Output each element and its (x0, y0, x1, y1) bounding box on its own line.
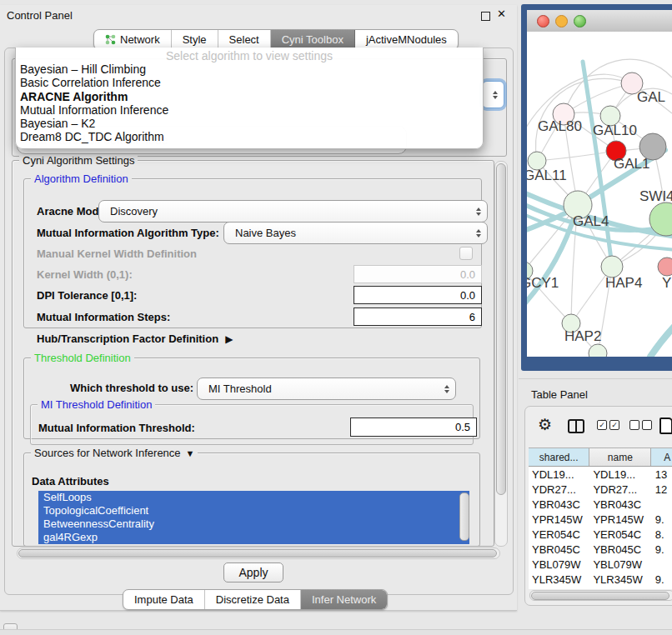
network-node[interactable] (639, 133, 666, 160)
tab-cyni-toolbox[interactable]: Cyni Toolbox (271, 30, 355, 49)
node-label: Y (662, 275, 671, 291)
table-cell: YBR043C (529, 497, 589, 512)
node-label: GAL80 (538, 118, 582, 134)
table-cell: YLR345W (589, 572, 651, 587)
algorithm-option[interactable]: Basic Correlation Inference (16, 76, 483, 89)
table-row[interactable]: YDR27...YDR27...12 (529, 482, 672, 497)
tab-label: jActiveMNodules (366, 33, 447, 46)
scrollbar-thumb[interactable] (531, 592, 669, 600)
float-window-icon[interactable] (481, 12, 490, 21)
stepper-arrows-icon (476, 229, 481, 238)
node-label: SWI4 (639, 188, 672, 204)
aracne-mode-value: Discovery (110, 205, 158, 218)
table-cell: 9. (652, 512, 672, 527)
data-attribute-item[interactable]: gal4RGexp (38, 531, 469, 544)
node-label: GCY1 (527, 275, 559, 291)
node-label: GAL10 (593, 122, 637, 138)
tab-discretize-data[interactable]: Discretize Data (205, 590, 301, 609)
settings-horizontal-scrollbar[interactable] (17, 548, 500, 559)
network-node[interactable] (658, 258, 672, 276)
table-row[interactable]: YDL19...YDL19...13 (529, 467, 672, 482)
close-icon[interactable]: ✕ (497, 8, 506, 20)
manual-kernel-checkbox[interactable] (459, 247, 473, 260)
dpi-tolerance-field[interactable]: 0.0 (354, 286, 482, 304)
algorithm-option[interactable]: Bayesian – Hill Climbing (16, 62, 483, 76)
table-row[interactable]: YBR043CYBR043C (529, 497, 672, 512)
table-horizontal-scrollbar[interactable] (529, 590, 672, 601)
tab-infer-network[interactable]: Infer Network (301, 590, 387, 609)
algorithm-option[interactable]: Mutual Information Inference (16, 103, 483, 117)
dpi-tolerance-label: DPI Tolerance [0,1]: (37, 289, 137, 302)
columns-icon[interactable] (568, 419, 584, 433)
table-row[interactable]: YLR345WYLR345W9. (529, 572, 672, 587)
network-canvas[interactable]: GALGAL80GAL10GAL1GAL11GAL4SWI4GCY1HAP4YH… (527, 32, 672, 357)
data-attribute-item[interactable]: TopologicalCoefficient (38, 504, 469, 518)
table-row[interactable]: YPR145WYPR145W9. (529, 512, 672, 527)
aracne-mode-combo[interactable]: Discovery (98, 200, 488, 222)
network-graph: GALGAL80GAL10GAL1GAL11GAL4SWI4GCY1HAP4YH… (527, 32, 672, 357)
apply-button[interactable]: Apply (223, 562, 283, 582)
algorithm-option[interactable]: Bayesian – K2 (16, 117, 483, 130)
panel-title: Control Panel (7, 9, 73, 22)
table-row[interactable]: YIL052CYIL052C9 (529, 587, 672, 589)
table-cell: 8. (652, 527, 672, 542)
unchecked-box-icon (629, 420, 639, 430)
data-attributes-list[interactable]: SelfLoopsTopologicalCoefficientBetweenne… (38, 491, 469, 544)
scrollbar-thumb[interactable] (496, 163, 506, 495)
attribute-table[interactable]: shared...nameA YDL19...YDL19...13YDR27..… (529, 448, 672, 589)
network-window-titlebar[interactable] (527, 10, 672, 32)
status-strip (0, 629, 672, 635)
bottom-tabs: Impute Data Discretize Data Infer Networ… (123, 589, 388, 610)
mi-type-combo[interactable]: Naive Bayes (223, 222, 488, 244)
column-header[interactable]: A (651, 448, 672, 466)
hub-definition-toggle[interactable]: Hub/Transcription Factor Definition ▶ (37, 332, 233, 345)
select-all-checkboxes-icon[interactable]: ✓ ✓ (597, 420, 619, 430)
gear-icon[interactable]: ⚙ (538, 417, 552, 432)
algorithm-option[interactable]: Dream8 DC_TDC Algorithm (16, 130, 483, 143)
which-threshold-combo[interactable]: MI Threshold (197, 378, 456, 400)
attributes-scrollbar[interactable] (459, 492, 469, 541)
group-title: Algorithm Definition (31, 172, 132, 185)
algorithm-combo-button[interactable] (482, 81, 504, 108)
data-attribute-item[interactable]: SelfLoops (38, 491, 469, 504)
mi-threshold-field[interactable]: 0.5 (350, 418, 477, 437)
data-attribute-item[interactable]: BetweennessCentrality (38, 518, 469, 531)
node-label: GAL1 (614, 156, 649, 172)
algorithm-dropdown-list: Bayesian – Hill ClimbingBasic Correlatio… (16, 62, 483, 144)
collapse-down-icon[interactable]: ▼ (186, 448, 195, 458)
column-header[interactable]: shared... (529, 448, 589, 466)
zoom-traffic-light-icon[interactable] (574, 15, 586, 28)
group-title: Threshold Definition (31, 352, 134, 364)
collapse-right-icon[interactable]: ▶ (225, 333, 233, 345)
table-cell: YDR27... (529, 482, 589, 497)
document-icon[interactable] (659, 418, 672, 434)
group-title: Cyni Algorithm Settings (19, 154, 138, 167)
tab-jactivemnodules[interactable]: jActiveMNodules (355, 30, 458, 49)
table-cell: YER054C (589, 527, 651, 542)
sources-toggle[interactable]: Sources for Network Inference ▼ (31, 447, 198, 459)
which-threshold-label: Which threshold to use: (70, 382, 193, 394)
table-row[interactable]: YER054CYER054C8. (529, 527, 672, 542)
algorithm-option[interactable]: ARACNE Algorithm (16, 90, 483, 103)
table-row[interactable]: YBL079WYBL079W (529, 557, 672, 572)
network-thick-edges (527, 62, 672, 357)
node-label: HAP2 (564, 328, 601, 344)
tab-select[interactable]: Select (218, 30, 271, 49)
unselect-all-checkboxes-icon[interactable] (629, 420, 652, 430)
table-body: YDL19...YDL19...13YDR27...YDR27...12YBR0… (529, 467, 672, 589)
tab-style[interactable]: Style (172, 30, 218, 49)
tab-label: Infer Network (312, 593, 376, 606)
tab-network[interactable]: Network (94, 30, 172, 49)
tab-impute-data[interactable]: Impute Data (123, 590, 205, 609)
settings-vertical-scrollbar[interactable] (494, 161, 508, 547)
scrollbar-thumb[interactable] (18, 549, 497, 558)
column-header[interactable]: name (589, 448, 651, 466)
node-label: GAL11 (527, 168, 567, 183)
table-row[interactable]: YBR045CYBR045C9. (529, 542, 672, 557)
close-traffic-light-icon[interactable] (537, 15, 549, 28)
kernel-width-field[interactable]: 0.0 (354, 265, 482, 283)
table-cell: 9. (652, 542, 672, 557)
table-cell: YBL079W (529, 557, 589, 572)
mi-steps-field[interactable]: 6 (354, 308, 482, 326)
minimize-traffic-light-icon[interactable] (555, 15, 568, 28)
